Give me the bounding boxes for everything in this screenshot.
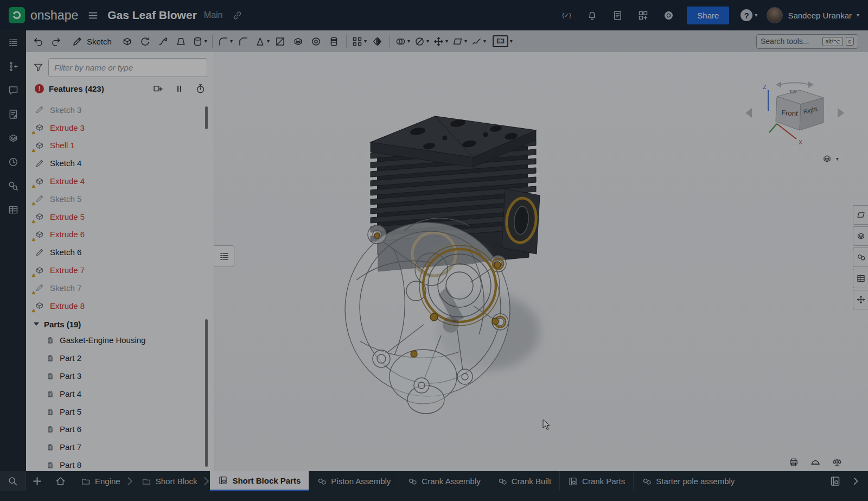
section-view-icon[interactable] [853,226,868,246]
notes-icon[interactable] [6,107,20,121]
part-item[interactable]: Part 2 [26,349,214,367]
shell-icon[interactable] [290,33,307,49]
home-tab-button[interactable] [48,471,73,491]
mirror-icon[interactable] [369,33,386,49]
feature-item[interactable]: ▲Sketch 5 [26,190,214,208]
feature-list-flyout-button[interactable] [214,245,234,267]
main-menu-icon[interactable] [85,10,100,21]
part-item[interactable]: Part 7 [26,438,214,456]
part-item[interactable]: Part 4 [26,385,214,403]
tab-engine[interactable]: Engine [73,471,125,491]
part-item[interactable]: Part 5 [26,403,214,421]
versions-icon[interactable] [6,59,20,73]
tab-crank-built[interactable]: Crank Built [489,471,560,491]
parts-scrollbar[interactable] [205,319,208,467]
feature-item[interactable]: ▲Shell 1 [26,137,214,155]
help-menu[interactable]: ? ▾ [741,9,757,21]
regeneration-time-icon[interactable] [192,83,208,94]
insert-here-icon[interactable] [150,83,166,94]
thread-icon[interactable] [326,33,343,49]
search-tools-box[interactable]: alt/⌥ c [756,34,858,49]
print-icon[interactable] [788,457,799,468]
tab-short-block-parts[interactable]: Short Block Parts [210,471,309,491]
featurescript-icon[interactable]: {✓} [557,10,576,21]
search-tools-input[interactable] [761,37,820,46]
comments-icon[interactable] [6,83,20,97]
filter-icon[interactable] [33,62,44,73]
undo-button[interactable] [29,33,47,49]
pause-regeneration-icon[interactable] [171,83,187,94]
fillet-icon[interactable]: ▾ [216,33,234,49]
share-link-icon[interactable] [230,10,245,21]
measure-panel-icon[interactable] [853,290,868,309]
search-icon[interactable] [6,179,20,193]
feature-item[interactable]: ▲Extrude 8 [26,297,214,315]
feature-item[interactable]: Sketch 4 [26,154,214,172]
share-button[interactable]: Share [687,7,729,24]
tab-starter-pole-assembly[interactable]: Starter pole assembly [634,471,743,491]
tables-icon[interactable] [6,202,20,217]
feature-scrollbar[interactable] [205,106,208,129]
part-item[interactable]: Part 3 [26,367,214,385]
surface-icon[interactable]: ▾ [469,33,488,49]
rib-icon[interactable] [272,33,289,49]
appearance-icon[interactable] [6,131,20,145]
sweep-icon[interactable] [155,33,172,49]
tab-crank-assembly[interactable]: Crank Assembly [399,471,489,491]
view-options-button[interactable]: ▾ [822,154,839,164]
tab-piston-assembly[interactable]: Piston Assembly [309,471,399,491]
onshape-logo[interactable]: onshape [9,7,78,23]
filter-input[interactable] [48,58,207,77]
user-menu[interactable]: Sandeep Urankar ▾ [767,7,859,23]
part-item[interactable]: Part 8 [26,456,214,471]
plane-icon[interactable]: ▾ [450,33,469,49]
custom-feature-menu[interactable]: E3 ▾ [488,35,513,47]
feature-item[interactable]: ▲Extrude 3 [26,119,214,137]
scroll-tabs-right-icon[interactable] [846,475,865,487]
tables-panel-icon[interactable] [853,269,868,288]
part-item[interactable]: Gasket-Engine Housing [26,332,214,350]
feature-list-icon[interactable] [6,35,20,49]
transform-icon[interactable]: ▾ [431,33,450,49]
chamfer-icon[interactable] [235,33,252,49]
hole-icon[interactable] [308,33,325,49]
appearance-panel-icon[interactable] [853,248,868,267]
feature-item[interactable]: Sketch 3 [26,101,214,119]
part-item[interactable]: Part 6 [26,421,214,439]
named-views-icon[interactable] [853,205,868,225]
app-store-icon[interactable] [634,10,652,21]
history-icon[interactable] [6,155,20,169]
notifications-icon[interactable] [583,10,601,21]
feature-item[interactable]: ▲Extrude 7 [26,261,214,279]
search-tabs-button[interactable] [0,471,26,491]
extrude-icon[interactable] [119,33,136,49]
revolve-icon[interactable] [137,33,154,49]
draft-icon[interactable]: ▾ [253,33,271,49]
boolean-icon[interactable]: ▾ [393,33,412,49]
thicken-icon[interactable]: ▾ [190,33,209,49]
cube-front-label[interactable]: Front [781,109,798,118]
workspace-name[interactable]: Main [204,10,223,20]
new-tab-button[interactable] [26,471,48,491]
sketch-button[interactable]: Sketch [65,33,118,49]
resource-center-icon[interactable] [659,10,678,21]
linear-pattern-icon[interactable]: ▾ [350,33,368,49]
split-icon[interactable]: ▾ [412,33,431,49]
mass-properties-icon[interactable] [832,457,843,468]
view-cube[interactable]: Top Front Right Z X [743,77,846,153]
parts-header[interactable]: Parts (19) [26,315,214,332]
tab-short-block[interactable]: Short Block [133,471,202,491]
feature-item[interactable]: ▲Extrude 6 [26,226,214,244]
feature-item[interactable]: ▲Sketch 7 [26,279,214,297]
release-notes-icon[interactable] [608,10,627,21]
custom-feature-button[interactable]: E3 [493,35,508,47]
feature-item[interactable]: ▲Extrude 4 [26,172,214,190]
tab-manager-icon[interactable] [826,475,844,487]
redo-button[interactable] [47,33,65,49]
graphics-viewport[interactable]: Top Front Right Z X ▾ [214,52,868,471]
loft-icon[interactable] [173,33,190,49]
tab-crank-parts[interactable]: Crank Parts [560,471,634,491]
render-dome-icon[interactable] [810,457,821,468]
feature-item[interactable]: ▲Extrude 5 [26,208,214,226]
feature-item[interactable]: Sketch 6 [26,243,214,261]
